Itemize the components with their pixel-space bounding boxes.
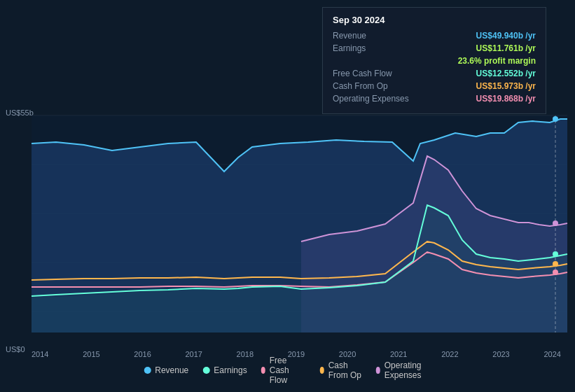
tooltip-label-earnings: Earnings <box>333 43 424 53</box>
legend-dot-revenue <box>144 367 151 374</box>
legend-label-earnings: Earnings <box>214 365 247 375</box>
tooltip-value-opex: US$19.868b /yr <box>476 94 536 104</box>
legend-item-opex[interactable]: Operating Expenses <box>376 360 431 380</box>
tooltip-row-fcf: Free Cash Flow US$12.552b /yr <box>333 69 536 78</box>
x-label-2014: 2014 <box>32 350 48 358</box>
tooltip-row-opex: Operating Expenses US$19.868b /yr <box>333 94 536 104</box>
tooltip-label-opex: Operating Expenses <box>333 94 424 104</box>
tooltip-label-revenue: Revenue <box>333 31 424 41</box>
tooltip-row-margin: 23.6% profit margin <box>333 56 536 66</box>
tooltip-row-earnings: Earnings US$11.761b /yr <box>333 43 536 53</box>
tooltip-value-margin: 23.6% profit margin <box>458 56 536 66</box>
legend-dot-opex <box>376 367 380 374</box>
legend-label-opex: Operating Expenses <box>385 360 431 380</box>
tooltip-box: Sep 30 2024 Revenue US$49.940b /yr Earni… <box>322 7 546 114</box>
legend-dot-fcf <box>261 367 265 374</box>
svg-point-10 <box>553 116 558 122</box>
tooltip-label-cashfromop: Cash From Op <box>333 81 424 91</box>
tooltip-row-revenue: Revenue US$49.940b /yr <box>333 31 536 41</box>
legend-label-fcf: Free Cash Flow <box>270 356 306 385</box>
legend-item-cashfromop[interactable]: Cash From Op <box>320 360 362 380</box>
tooltip-value-cashfromop: US$15.973b /yr <box>476 81 536 91</box>
svg-point-14 <box>553 220 558 226</box>
tooltip-value-revenue: US$49.940b /yr <box>476 31 536 41</box>
chart-container: Sep 30 2024 Revenue US$49.940b /yr Earni… <box>0 0 575 392</box>
x-label-2023: 2023 <box>492 350 509 358</box>
legend-label-revenue: Revenue <box>155 365 188 375</box>
tooltip-label-fcf: Free Cash Flow <box>333 69 424 78</box>
svg-point-13 <box>553 270 558 275</box>
x-label-2022: 2022 <box>441 350 458 358</box>
tooltip-value-fcf: US$12.552b /yr <box>476 69 536 78</box>
legend: Revenue Earnings Free Cash Flow Cash Fro… <box>144 356 431 385</box>
legend-dot-earnings <box>202 367 209 374</box>
svg-point-11 <box>553 251 558 257</box>
legend-item-fcf[interactable]: Free Cash Flow <box>261 356 306 385</box>
tooltip-date: Sep 30 2024 <box>333 15 536 25</box>
tooltip-row-cashfromop: Cash From Op US$15.973b /yr <box>333 81 536 91</box>
legend-item-revenue[interactable]: Revenue <box>144 365 188 375</box>
legend-item-earnings[interactable]: Earnings <box>202 365 247 375</box>
chart-svg <box>0 102 575 354</box>
tooltip-value-earnings: US$11.761b /yr <box>476 43 536 53</box>
legend-dot-cashfromop <box>320 367 324 374</box>
svg-point-12 <box>553 261 558 267</box>
legend-label-cashfromop: Cash From Op <box>328 360 362 380</box>
x-label-2024: 2024 <box>543 350 560 358</box>
x-label-2015: 2015 <box>83 350 99 358</box>
